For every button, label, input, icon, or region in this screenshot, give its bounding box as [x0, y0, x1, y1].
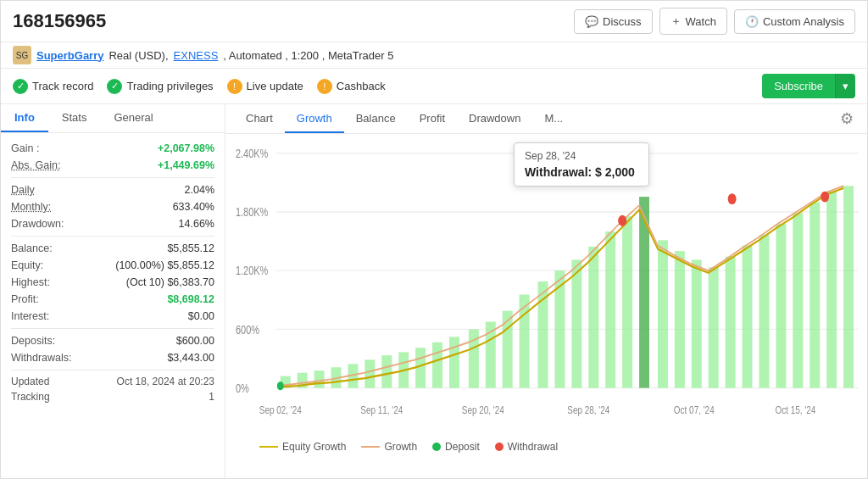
left-tabs: Info Stats General — [1, 104, 225, 133]
chart-tab-drawdown[interactable]: Drawdown — [457, 105, 532, 133]
subscribe-button[interactable]: Subscribe — [762, 74, 835, 98]
discuss-button[interactable]: 💬 Discuss — [574, 9, 653, 34]
profit-label: Profit: — [11, 293, 39, 305]
account-name-link[interactable]: SuperbGarry — [36, 49, 103, 62]
status-row: ✓ Track record ✓ Trading privileges ! Li… — [1, 69, 867, 104]
profit-value: $8,698.12 — [167, 293, 214, 305]
withdrawal-dot-icon — [495, 443, 504, 451]
svg-rect-30 — [622, 216, 632, 387]
updated-row: Updated Oct 18, 2024 at 20:23 — [11, 374, 214, 389]
svg-rect-38 — [759, 235, 769, 388]
svg-rect-27 — [571, 259, 581, 387]
legend-withdrawal: Withdrawal — [495, 441, 558, 453]
svg-rect-41 — [810, 202, 820, 387]
chart-tab-chart[interactable]: Chart — [234, 105, 285, 133]
chart-tab-balance[interactable]: Balance — [344, 105, 408, 133]
interest-row: Interest: $0.00 — [11, 308, 214, 325]
svg-rect-18 — [415, 348, 426, 387]
checkmark-icon-2: ✓ — [107, 79, 122, 94]
svg-rect-20 — [449, 337, 459, 387]
warning-icon-2: ! — [317, 79, 332, 94]
abs-gain-label: Abs. Gain: — [11, 159, 60, 171]
drawdown-label: Drawdown: — [11, 218, 64, 230]
left-panel: Info Stats General Gain : +2,067.98% Abs… — [1, 104, 225, 478]
drawdown-value: 14.66% — [179, 218, 214, 230]
svg-text:1.20K%: 1.20K% — [236, 265, 268, 278]
trading-privileges-badge: ✓ Trading privileges — [107, 79, 213, 94]
gain-value: +2,067.98% — [158, 142, 214, 154]
profit-row: Profit: $8,698.12 — [11, 291, 214, 308]
discuss-icon: 💬 — [585, 15, 598, 28]
equity-row: Equity: (100.00%) $5,855.12 — [11, 257, 214, 274]
gain-label: Gain : — [11, 142, 39, 154]
subscribe-area: Subscribe ▾ — [762, 74, 855, 98]
svg-rect-33 — [675, 251, 685, 387]
tab-info[interactable]: Info — [1, 104, 48, 132]
svg-rect-39 — [776, 224, 786, 388]
svg-text:2.40K%: 2.40K% — [236, 148, 268, 161]
right-panel: Chart Growth Balance Profit Drawdown M..… — [225, 104, 867, 478]
plus-icon: ＋ — [670, 14, 682, 29]
cashback-badge: ! Cashback — [317, 79, 386, 94]
checkmark-icon: ✓ — [13, 79, 28, 94]
chart-tab-more[interactable]: M... — [532, 105, 575, 133]
svg-point-45 — [728, 193, 737, 204]
svg-rect-15 — [364, 359, 375, 387]
updated-value: Oct 18, 2024 at 20:23 — [117, 376, 214, 387]
legend-equity-growth: Equity Growth — [259, 441, 346, 453]
svg-rect-34 — [692, 259, 702, 387]
chart-tab-growth[interactable]: Growth — [285, 105, 344, 133]
tracking-label: Tracking — [11, 391, 50, 403]
deposits-row: Deposits: $600.00 — [11, 332, 214, 349]
track-record-badge: ✓ Track record — [13, 79, 93, 94]
svg-point-47 — [277, 382, 284, 390]
broker-link[interactable]: EXNESS — [174, 49, 219, 62]
svg-rect-12 — [314, 370, 325, 388]
tab-general[interactable]: General — [100, 104, 166, 132]
chart-settings-icon[interactable]: ⚙ — [835, 104, 859, 133]
highest-row: Highest: (Oct 10) $6,383.70 — [11, 274, 214, 291]
account-id: 168156965 — [13, 10, 106, 32]
svg-rect-32 — [658, 240, 668, 387]
daily-value: 2.04% — [185, 184, 214, 196]
svg-rect-36 — [726, 257, 736, 388]
svg-rect-28 — [588, 247, 598, 388]
svg-text:Sep 11, '24: Sep 11, '24 — [360, 404, 403, 415]
svg-rect-16 — [381, 355, 392, 387]
tab-stats[interactable]: Stats — [48, 104, 101, 132]
withdrawals-label: Withdrawals: — [11, 352, 72, 364]
svg-rect-43 — [843, 186, 854, 387]
drawdown-row: Drawdown: 14.66% — [11, 215, 214, 232]
deposits-value: $600.00 — [176, 335, 214, 347]
balance-row: Balance: $5,855.12 — [11, 240, 214, 257]
custom-analysis-button[interactable]: 🕐 Custom Analysis — [734, 9, 855, 34]
withdrawals-value: $3,443.00 — [167, 352, 214, 364]
updated-label: Updated — [11, 376, 49, 387]
svg-rect-19 — [432, 343, 442, 388]
account-type: Real (USD), — [108, 49, 168, 62]
chart-legend: Equity Growth Growth Deposit Withdrawal — [234, 436, 859, 458]
warning-icon: ! — [227, 79, 242, 94]
highest-value: (Oct 10) $6,383.70 — [126, 276, 214, 288]
abs-gain-row: Abs. Gain: +1,449.69% — [11, 157, 214, 174]
svg-text:1.80K%: 1.80K% — [236, 206, 268, 220]
tooltip-date: Sep 28, '24 — [525, 150, 638, 162]
gain-row: Gain : +2,067.98% — [11, 140, 214, 157]
watch-button[interactable]: ＋ Watch — [659, 8, 727, 35]
interest-value: $0.00 — [188, 310, 214, 322]
info-panel: Gain : +2,067.98% Abs. Gain: +1,449.69% … — [1, 133, 225, 478]
svg-rect-42 — [826, 192, 837, 388]
svg-rect-24 — [520, 294, 530, 387]
chart-tab-profit[interactable]: Profit — [408, 105, 457, 133]
tracking-row: Tracking 1 — [11, 389, 214, 404]
chart-tabs: Chart Growth Balance Profit Drawdown M..… — [225, 104, 867, 134]
daily-row: Daily 2.04% — [11, 181, 214, 198]
equity-label: Equity: — [11, 259, 43, 271]
deposits-label: Deposits: — [11, 335, 55, 347]
clock-icon: 🕐 — [745, 15, 759, 28]
chart-area: Sep 28, '24 Withdrawal: $ 2,000 2.40K% 1… — [225, 134, 867, 478]
tracking-value: 1 — [209, 391, 214, 403]
svg-rect-35 — [709, 267, 719, 387]
svg-rect-29 — [605, 231, 615, 388]
subscribe-dropdown-button[interactable]: ▾ — [835, 74, 855, 98]
